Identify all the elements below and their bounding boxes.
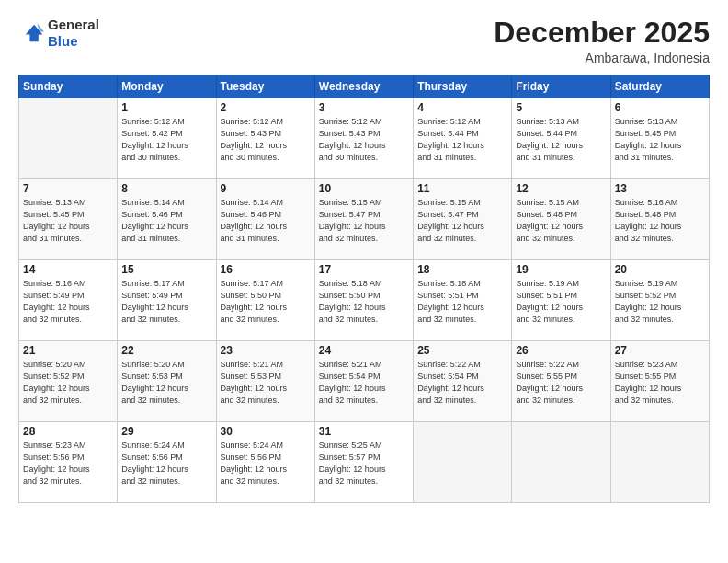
calendar-cell: 5Sunrise: 5:13 AM Sunset: 5:44 PM Daylig…	[512, 98, 610, 179]
cell-info: Sunrise: 5:21 AM Sunset: 5:53 PM Dayligh…	[221, 359, 311, 407]
day-number: 21	[23, 344, 113, 357]
calendar: SundayMondayTuesdayWednesdayThursdayFrid…	[18, 75, 710, 503]
weekday-header-friday: Friday	[512, 75, 610, 98]
calendar-cell: 14Sunrise: 5:16 AM Sunset: 5:49 PM Dayli…	[19, 260, 118, 341]
calendar-cell: 31Sunrise: 5:25 AM Sunset: 5:57 PM Dayli…	[314, 422, 413, 503]
day-number: 9	[221, 182, 311, 195]
calendar-cell: 7Sunrise: 5:13 AM Sunset: 5:45 PM Daylig…	[19, 179, 118, 260]
day-number: 1	[121, 101, 211, 114]
cell-info: Sunrise: 5:19 AM Sunset: 5:51 PM Dayligh…	[516, 278, 606, 326]
calendar-cell: 10Sunrise: 5:15 AM Sunset: 5:47 PM Dayli…	[314, 179, 413, 260]
calendar-week-5: 28Sunrise: 5:23 AM Sunset: 5:56 PM Dayli…	[19, 422, 710, 503]
cell-info: Sunrise: 5:12 AM Sunset: 5:43 PM Dayligh…	[221, 116, 311, 164]
day-number: 20	[615, 263, 705, 276]
cell-info: Sunrise: 5:18 AM Sunset: 5:51 PM Dayligh…	[417, 278, 507, 326]
cell-info: Sunrise: 5:18 AM Sunset: 5:50 PM Dayligh…	[319, 278, 409, 326]
weekday-header-tuesday: Tuesday	[216, 75, 314, 98]
day-number: 16	[221, 263, 311, 276]
weekday-header-wednesday: Wednesday	[314, 75, 413, 98]
cell-info: Sunrise: 5:24 AM Sunset: 5:56 PM Dayligh…	[221, 440, 311, 488]
calendar-cell: 28Sunrise: 5:23 AM Sunset: 5:56 PM Dayli…	[19, 422, 118, 503]
day-number: 7	[23, 182, 113, 195]
logo-icon	[18, 20, 44, 46]
day-number: 17	[319, 263, 409, 276]
calendar-cell: 1Sunrise: 5:12 AM Sunset: 5:42 PM Daylig…	[118, 98, 216, 179]
calendar-cell: 22Sunrise: 5:20 AM Sunset: 5:53 PM Dayli…	[118, 341, 216, 422]
calendar-cell	[19, 98, 118, 179]
weekday-header-saturday: Saturday	[610, 75, 709, 98]
logo-blue-text: Blue	[48, 33, 78, 49]
cell-info: Sunrise: 5:20 AM Sunset: 5:52 PM Dayligh…	[23, 359, 113, 407]
title-block: December 2025 Ambarawa, Indonesia	[494, 17, 710, 65]
calendar-week-1: 1Sunrise: 5:12 AM Sunset: 5:42 PM Daylig…	[19, 98, 710, 179]
calendar-cell: 16Sunrise: 5:17 AM Sunset: 5:50 PM Dayli…	[216, 260, 314, 341]
page: General Blue December 2025 Ambarawa, Ind…	[0, 0, 728, 563]
calendar-cell: 12Sunrise: 5:15 AM Sunset: 5:48 PM Dayli…	[512, 179, 610, 260]
cell-info: Sunrise: 5:17 AM Sunset: 5:49 PM Dayligh…	[121, 278, 211, 326]
calendar-cell: 9Sunrise: 5:14 AM Sunset: 5:46 PM Daylig…	[216, 179, 314, 260]
cell-info: Sunrise: 5:22 AM Sunset: 5:54 PM Dayligh…	[417, 359, 507, 407]
logo-general-text: General	[48, 17, 99, 32]
cell-info: Sunrise: 5:15 AM Sunset: 5:47 PM Dayligh…	[417, 197, 507, 245]
day-number: 12	[516, 182, 606, 195]
calendar-cell: 20Sunrise: 5:19 AM Sunset: 5:52 PM Dayli…	[610, 260, 709, 341]
calendar-cell: 24Sunrise: 5:21 AM Sunset: 5:54 PM Dayli…	[314, 341, 413, 422]
calendar-cell: 6Sunrise: 5:13 AM Sunset: 5:45 PM Daylig…	[610, 98, 709, 179]
logo-text: General Blue	[48, 17, 99, 50]
calendar-cell: 3Sunrise: 5:12 AM Sunset: 5:43 PM Daylig…	[314, 98, 413, 179]
day-number: 22	[121, 344, 211, 357]
calendar-cell	[512, 422, 610, 503]
calendar-cell: 13Sunrise: 5:16 AM Sunset: 5:48 PM Dayli…	[610, 179, 709, 260]
weekday-header-thursday: Thursday	[414, 75, 512, 98]
day-number: 19	[516, 263, 606, 276]
calendar-cell: 26Sunrise: 5:22 AM Sunset: 5:55 PM Dayli…	[512, 341, 610, 422]
day-number: 18	[417, 263, 507, 276]
cell-info: Sunrise: 5:23 AM Sunset: 5:56 PM Dayligh…	[23, 440, 113, 488]
calendar-cell: 29Sunrise: 5:24 AM Sunset: 5:56 PM Dayli…	[118, 422, 216, 503]
calendar-cell: 15Sunrise: 5:17 AM Sunset: 5:49 PM Dayli…	[118, 260, 216, 341]
calendar-cell: 21Sunrise: 5:20 AM Sunset: 5:52 PM Dayli…	[19, 341, 118, 422]
calendar-week-2: 7Sunrise: 5:13 AM Sunset: 5:45 PM Daylig…	[19, 179, 710, 260]
cell-info: Sunrise: 5:19 AM Sunset: 5:52 PM Dayligh…	[615, 278, 705, 326]
calendar-cell: 4Sunrise: 5:12 AM Sunset: 5:44 PM Daylig…	[414, 98, 512, 179]
calendar-header: SundayMondayTuesdayWednesdayThursdayFrid…	[19, 75, 710, 98]
cell-info: Sunrise: 5:13 AM Sunset: 5:45 PM Dayligh…	[23, 197, 113, 245]
cell-info: Sunrise: 5:16 AM Sunset: 5:49 PM Dayligh…	[23, 278, 113, 326]
calendar-cell: 18Sunrise: 5:18 AM Sunset: 5:51 PM Dayli…	[414, 260, 512, 341]
location: Ambarawa, Indonesia	[494, 51, 710, 65]
cell-info: Sunrise: 5:15 AM Sunset: 5:48 PM Dayligh…	[516, 197, 606, 245]
calendar-week-4: 21Sunrise: 5:20 AM Sunset: 5:52 PM Dayli…	[19, 341, 710, 422]
cell-info: Sunrise: 5:17 AM Sunset: 5:50 PM Dayligh…	[221, 278, 311, 326]
logo: General Blue	[18, 17, 99, 50]
cell-info: Sunrise: 5:13 AM Sunset: 5:44 PM Dayligh…	[516, 116, 606, 164]
day-number: 8	[121, 182, 211, 195]
month-title: December 2025	[494, 17, 710, 49]
day-number: 4	[417, 101, 507, 114]
calendar-cell: 25Sunrise: 5:22 AM Sunset: 5:54 PM Dayli…	[414, 341, 512, 422]
header: General Blue December 2025 Ambarawa, Ind…	[18, 17, 710, 65]
day-number: 10	[319, 182, 409, 195]
cell-info: Sunrise: 5:24 AM Sunset: 5:56 PM Dayligh…	[121, 440, 211, 488]
cell-info: Sunrise: 5:13 AM Sunset: 5:45 PM Dayligh…	[615, 116, 705, 164]
day-number: 15	[121, 263, 211, 276]
calendar-cell: 8Sunrise: 5:14 AM Sunset: 5:46 PM Daylig…	[118, 179, 216, 260]
cell-info: Sunrise: 5:15 AM Sunset: 5:47 PM Dayligh…	[319, 197, 409, 245]
calendar-cell: 2Sunrise: 5:12 AM Sunset: 5:43 PM Daylig…	[216, 98, 314, 179]
day-number: 30	[221, 425, 311, 438]
calendar-cell: 11Sunrise: 5:15 AM Sunset: 5:47 PM Dayli…	[414, 179, 512, 260]
calendar-cell: 30Sunrise: 5:24 AM Sunset: 5:56 PM Dayli…	[216, 422, 314, 503]
calendar-week-3: 14Sunrise: 5:16 AM Sunset: 5:49 PM Dayli…	[19, 260, 710, 341]
day-number: 5	[516, 101, 606, 114]
weekday-header-sunday: Sunday	[19, 75, 118, 98]
day-number: 23	[221, 344, 311, 357]
day-number: 6	[615, 101, 705, 114]
cell-info: Sunrise: 5:22 AM Sunset: 5:55 PM Dayligh…	[516, 359, 606, 407]
cell-info: Sunrise: 5:14 AM Sunset: 5:46 PM Dayligh…	[121, 197, 211, 245]
cell-info: Sunrise: 5:20 AM Sunset: 5:53 PM Dayligh…	[121, 359, 211, 407]
day-number: 2	[221, 101, 311, 114]
cell-info: Sunrise: 5:12 AM Sunset: 5:43 PM Dayligh…	[319, 116, 409, 164]
cell-info: Sunrise: 5:12 AM Sunset: 5:44 PM Dayligh…	[417, 116, 507, 164]
calendar-cell	[414, 422, 512, 503]
day-number: 28	[23, 425, 113, 438]
cell-info: Sunrise: 5:23 AM Sunset: 5:55 PM Dayligh…	[615, 359, 705, 407]
